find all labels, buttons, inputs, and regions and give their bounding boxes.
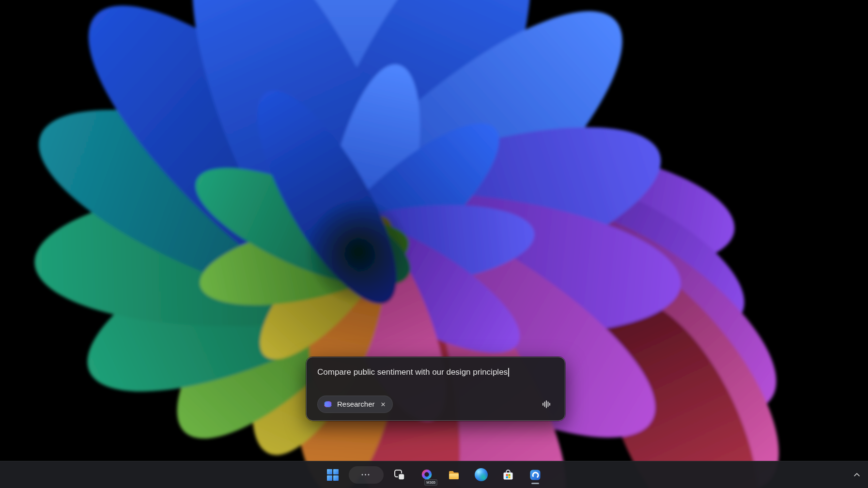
edge-icon — [475, 468, 488, 481]
prompt-input-text: Compare public sentiment with our design… — [317, 367, 508, 377]
windows-start-icon — [327, 469, 339, 481]
copilot-app-button[interactable] — [524, 464, 546, 486]
taskbar-overflow-button[interactable]: ••• — [349, 466, 384, 484]
m365-copilot-button[interactable]: M365 — [416, 464, 438, 486]
task-view-button[interactable] — [388, 464, 411, 486]
edge-button[interactable] — [470, 464, 492, 486]
folder-icon — [448, 469, 460, 481]
store-icon — [502, 469, 514, 481]
m365-badge: M365 — [424, 479, 437, 486]
voice-waveform-icon[interactable] — [539, 396, 554, 412]
task-view-icon — [393, 469, 406, 481]
researcher-chip[interactable]: Researcher ✕ — [317, 396, 393, 413]
ellipsis-icon: ••• — [361, 472, 371, 477]
running-app-indicator — [531, 483, 539, 484]
chevron-up-icon — [853, 473, 860, 477]
file-explorer-button[interactable] — [443, 464, 465, 486]
researcher-chip-label: Researcher — [337, 400, 375, 409]
prompt-input[interactable]: Compare public sentiment with our design… — [317, 367, 554, 378]
taskbar: ••• — [0, 461, 868, 488]
researcher-agent-icon — [323, 399, 333, 409]
copilot-prompt-box: Compare public sentiment with our design… — [306, 357, 565, 421]
chip-close-icon[interactable]: ✕ — [381, 401, 386, 408]
system-tray — [850, 461, 864, 488]
show-hidden-icons-button[interactable] — [850, 468, 864, 482]
store-button[interactable] — [497, 464, 519, 486]
desktop: Compare public sentiment with our design… — [0, 0, 868, 488]
text-caret — [508, 368, 509, 377]
copilot-app-icon — [529, 469, 542, 481]
start-button[interactable] — [322, 464, 344, 486]
